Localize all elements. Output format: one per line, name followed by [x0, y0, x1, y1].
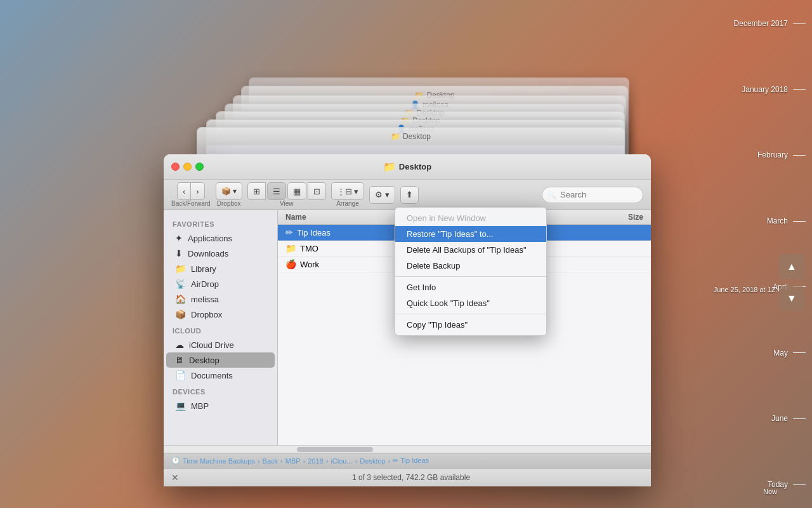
sidebar-item-downloads[interactable]: ⬇ Downloads [166, 246, 275, 261]
now-label: Now [763, 488, 777, 495]
library-icon: 📁 [175, 264, 186, 274]
status-text: 1 of 3 selected, 742.2 GB available [352, 473, 470, 482]
desktop-folder[interactable]: Desktop [360, 457, 385, 465]
timeline-march: March [717, 217, 806, 225]
timeline-down-button[interactable]: ▼ [779, 286, 804, 311]
timeline-tick [793, 221, 806, 222]
close-x[interactable]: ✕ [171, 472, 179, 483]
arrange-label: Arrange [336, 200, 359, 207]
minimize-button[interactable] [183, 163, 192, 171]
timeline-tick [793, 484, 806, 485]
forward-button[interactable]: › [190, 182, 204, 200]
ctx-restore-to[interactable]: Restore "Tip Ideas" to... [395, 226, 546, 242]
ctx-copy[interactable]: Copy "Tip Ideas" [395, 317, 546, 333]
scrollbar-area [164, 445, 651, 453]
list-view-button[interactable]: ☰ [267, 182, 286, 200]
context-menu: Open in New Window Restore "Tip Ideas" t… [395, 207, 547, 336]
applications-icon: ✦ [175, 233, 183, 243]
column-view-button[interactable]: ▦ [287, 182, 306, 200]
downloads-icon: ⬇ [175, 248, 183, 258]
ctx-delete-all-backups[interactable]: Delete All Backups of "Tip Ideas" [395, 242, 546, 258]
timeline-january: January 2018 [717, 85, 806, 94]
sidebar-item-documents[interactable]: 📄 Documents [166, 368, 275, 383]
dropbox-icon: 📦 [221, 187, 231, 196]
timeline-may: May [717, 349, 806, 358]
folder-icon: 📁 [383, 161, 396, 173]
size-column-header[interactable]: Size [593, 213, 643, 222]
sidebar-item-applications[interactable]: ✦ Applications [166, 231, 275, 246]
sidebar-item-mbp[interactable]: 💻 MBP [166, 398, 275, 413]
dropbox-sidebar-icon: 📦 [175, 309, 186, 319]
sidebar-item-airdrop[interactable]: 📡 AirDrop [166, 276, 275, 291]
airdrop-icon: 📡 [175, 279, 186, 289]
scrollbar-thumb[interactable] [297, 447, 373, 452]
devices-header: Devices [164, 383, 277, 398]
sidebar-item-dropbox[interactable]: 📦 Dropbox [166, 307, 275, 322]
back-button[interactable]: ‹ [177, 182, 190, 200]
sidebar-item-melissa[interactable]: 🏠 melissa [166, 291, 275, 307]
sidebar-item-desktop[interactable]: 🖥 Desktop [166, 352, 275, 368]
maximize-button[interactable] [195, 163, 204, 171]
timeline-february: February [717, 150, 806, 159]
time-machine-icon: 🕐 [171, 457, 180, 465]
icon-view-button[interactable]: ⊞ [247, 182, 266, 200]
search-input[interactable] [542, 187, 643, 203]
ctx-separator [395, 276, 546, 277]
sidebar-item-icloud-drive[interactable]: ☁ iCloud Drive [166, 337, 275, 352]
back-forward-label: Back/Forward [171, 200, 211, 207]
home-icon: 🏠 [175, 294, 186, 304]
view-label: View [280, 200, 294, 207]
ctx-quick-look[interactable]: Quick Look "Tip Ideas" [395, 295, 546, 311]
desktop-icon: 🖥 [175, 355, 184, 365]
timeline-tick [793, 155, 806, 156]
tmo-icon: 📁 [285, 243, 296, 253]
icloud-folder[interactable]: iClou... [331, 457, 352, 465]
sidebar: Favorites ✦ Applications ⬇ Downloads 📁 L… [164, 210, 278, 445]
sidebar-item-library[interactable]: 📁 Library [166, 261, 275, 276]
cover-flow-button[interactable]: ⊡ [308, 182, 326, 200]
favorites-header: Favorites [164, 215, 277, 231]
arrange-button[interactable]: ⋮⊟ ▾ [331, 182, 365, 200]
tip-ideas-breadcrumb[interactable]: ✏ Tip Ideas [393, 457, 429, 465]
traffic-lights[interactable] [171, 163, 204, 171]
mbp-icon: 💻 [175, 401, 186, 411]
timeline-tick [793, 418, 806, 419]
close-button[interactable] [171, 163, 180, 171]
work-icon: 🍎 [285, 259, 296, 269]
nav-arrows[interactable]: ‹ › [177, 182, 205, 200]
timeline-tick [793, 89, 806, 90]
timeline-tick [793, 352, 806, 353]
dropbox-label: Dropbox [217, 200, 241, 207]
tip-ideas-icon: ✏ [285, 227, 293, 237]
current-date-label: June 25, 2018 at 12: [714, 286, 777, 293]
year-folder[interactable]: 2018 [308, 457, 323, 465]
timeline-up-button[interactable]: ▲ [779, 254, 804, 279]
timeline-december: December 2017 [717, 19, 806, 28]
ctx-get-info[interactable]: Get Info [395, 279, 546, 295]
timeline-tick [793, 23, 806, 24]
status-bar: ✕ 1 of 3 selected, 742.2 GB available [164, 468, 651, 486]
view-buttons[interactable]: ⊞ ☰ ▦ ⊡ [247, 182, 326, 200]
breadcrumb-path: 🕐 Time Machine Backups › Back › MBP › 20… [164, 453, 651, 468]
timeline-june: June [717, 414, 806, 423]
ctx-separator-2 [395, 314, 546, 314]
action-button[interactable]: ⚙ ▾ [369, 186, 395, 204]
ctx-delete-backup[interactable]: Delete Backup [395, 258, 546, 274]
timeline-today: Today [717, 480, 806, 489]
toolbar: ‹ › Back/Forward 📦 ▾ Dropbox ⊞ ☰ ▦ ⊡ Vie… [164, 180, 651, 210]
icloud-drive-icon: ☁ [175, 340, 184, 350]
title-bar: 📁 Desktop [164, 154, 651, 180]
documents-icon: 📄 [175, 370, 186, 380]
backups-folder[interactable]: Back [263, 457, 278, 465]
ctx-open-new-window: Open in New Window [395, 210, 546, 226]
mbp-folder[interactable]: MBP [285, 457, 301, 465]
search-wrapper: 🔍 [542, 187, 643, 203]
share-button[interactable]: ⬆ [400, 186, 419, 204]
dropbox-button[interactable]: 📦 ▾ [216, 182, 242, 200]
window-title: 📁 Desktop [383, 161, 431, 173]
icloud-header: iCloud [164, 322, 277, 337]
